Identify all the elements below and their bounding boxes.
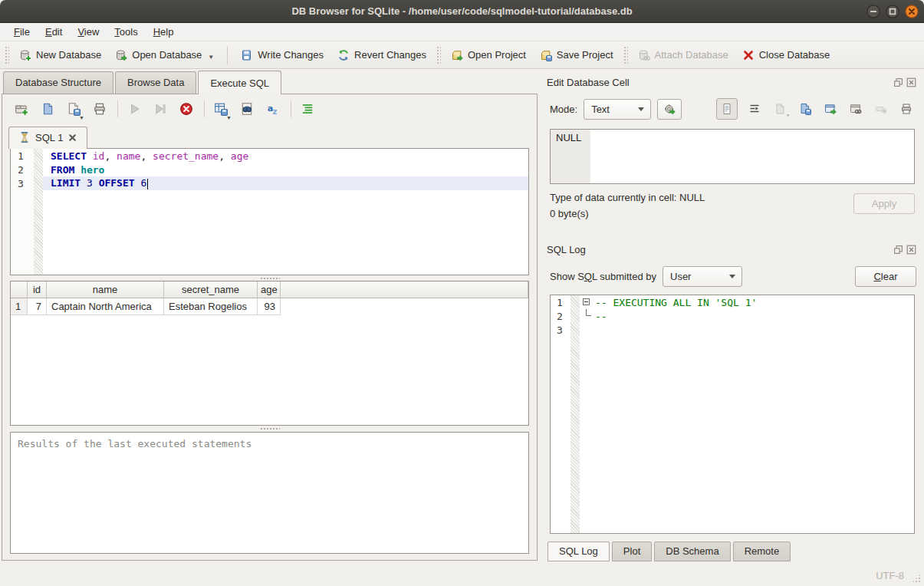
tab-execute-sql[interactable]: Execute SQL — [198, 71, 281, 94]
window-controls — [866, 4, 919, 18]
attach-database-button[interactable]: Attach Database — [631, 46, 735, 64]
fold-margin — [34, 149, 43, 163]
toolbar-button-label: Close Database — [759, 49, 830, 61]
edit-cell-title: Edit Database Cell — [547, 77, 893, 88]
auto-apply-button[interactable] — [657, 99, 682, 120]
save-sql-file-button[interactable]: ▼ — [64, 99, 84, 119]
print-cell-button[interactable] — [898, 100, 915, 117]
results-message-box: Results of the last executed statements — [10, 432, 529, 554]
mode-select[interactable]: Text — [584, 99, 651, 120]
maximize-button[interactable] — [885, 4, 899, 18]
sql-tab-label: SQL 1 — [35, 132, 63, 143]
row-number[interactable]: 1 — [11, 298, 28, 315]
table-cell[interactable]: Esteban Rogelios — [164, 298, 258, 315]
tab-browse-data[interactable]: Browse Data — [115, 71, 196, 94]
submitter-select[interactable]: User — [663, 266, 742, 287]
menu-help[interactable]: Help — [146, 24, 182, 40]
sql-log-filter-row: Show SQL submitted by User Clear — [547, 264, 916, 288]
stop-execution-button[interactable] — [176, 99, 196, 119]
window-maximize-icon — [886, 5, 899, 18]
execute-all-button[interactable] — [124, 99, 144, 119]
dock-close-icon[interactable] — [906, 245, 916, 255]
tab-database-structure[interactable]: Database Structure — [3, 71, 113, 94]
column-header-name[interactable]: name — [47, 281, 164, 298]
dock-tab-db-schema[interactable]: DB Schema — [654, 542, 730, 561]
tab-new-button[interactable] — [12, 99, 31, 119]
set-null-icon — [875, 103, 887, 115]
toolbar-handle[interactable] — [5, 46, 9, 64]
menu-tools[interactable]: Tools — [107, 24, 145, 40]
cell-editor-area[interactable] — [590, 130, 914, 183]
save-results-button[interactable]: ▼ — [211, 99, 231, 119]
write-changes-button[interactable]: Write Changes — [234, 46, 330, 64]
chevron-down-icon — [638, 107, 644, 111]
revert-changes-button[interactable]: Revert Changes — [330, 46, 433, 64]
attach-database-icon — [638, 49, 650, 61]
window-minimize-icon — [866, 5, 880, 18]
table-cell[interactable]: Captain North America — [47, 298, 164, 315]
menu-view[interactable]: View — [70, 24, 107, 40]
toggle-results-view-button[interactable] — [298, 99, 317, 119]
dock-tab-sql-log[interactable]: SQL Log — [547, 542, 610, 561]
editor-line[interactable]: 3LIMIT 3 OFFSET 6 — [11, 176, 528, 190]
import-data-button[interactable]: ▼ — [771, 100, 788, 117]
resize-grip-icon[interactable] — [912, 574, 921, 583]
cell-editor[interactable]: NULL — [550, 129, 915, 184]
results-message-splitter[interactable] — [2, 426, 537, 431]
clear-log-button[interactable]: Clear — [855, 266, 916, 287]
code-text: LIMIT 3 OFFSET 6 — [43, 177, 148, 189]
link-data-button[interactable] — [847, 100, 864, 117]
editor-line[interactable]: 1SELECT id, name, secret_name, age — [11, 149, 528, 163]
close-database-button[interactable]: Close Database — [735, 46, 837, 64]
apply-button[interactable]: Apply — [853, 193, 915, 214]
export-data-button[interactable] — [797, 100, 814, 117]
token-identifier: id — [93, 150, 105, 162]
row-number-header[interactable] — [11, 281, 28, 298]
open-project-button[interactable]: Open Project — [444, 46, 533, 64]
open-in-external-button[interactable] — [822, 100, 839, 117]
text-mode-button[interactable] — [716, 98, 738, 120]
format-sql-button[interactable]: az — [263, 99, 283, 119]
sql-tab[interactable]: SQL 1 — [8, 127, 87, 149]
sql-editor[interactable]: 1SELECT id, name, secret_name, age2FROM … — [10, 148, 529, 275]
column-header-secret_name[interactable]: secret_name — [164, 281, 258, 298]
sql-tab-bar: SQL 1 — [2, 123, 537, 148]
execute-current-line-button[interactable] — [150, 99, 170, 119]
bottom-dock-tabs: SQL LogPlotDB SchemaRemote — [547, 542, 916, 561]
toolbar-button-label: Open Database — [132, 49, 202, 61]
editor-results-splitter[interactable] — [2, 275, 537, 281]
save-results-icon — [214, 102, 228, 116]
print-cell-icon — [900, 103, 912, 115]
chevron-down-icon — [729, 275, 735, 278]
dock-tab-remote[interactable]: Remote — [733, 542, 791, 561]
dock-tab-plot[interactable]: Plot — [612, 542, 652, 561]
fold-collapse-icon[interactable] — [583, 298, 590, 305]
close-button[interactable] — [904, 4, 919, 18]
dock-float-icon[interactable] — [893, 77, 903, 87]
dock-float-icon[interactable] — [893, 245, 903, 255]
close-database-icon — [742, 49, 755, 61]
toolbar-handle[interactable] — [623, 46, 628, 64]
table-cell[interactable]: 7 — [28, 298, 47, 315]
find-replace-button[interactable] — [237, 99, 257, 119]
set-null-button[interactable] — [873, 100, 889, 117]
save-project-button[interactable]: Save Project — [533, 46, 620, 64]
open-database-button[interactable]: Open Database▼ — [108, 46, 221, 64]
print-sql-button[interactable] — [90, 99, 110, 119]
menu-edit[interactable]: Edit — [38, 24, 70, 40]
log-fold-margin — [571, 323, 580, 337]
editor-line[interactable]: 2FROM hero — [11, 163, 528, 176]
column-header-age[interactable]: age — [258, 281, 281, 298]
table-cell[interactable]: 93 — [258, 298, 281, 315]
line-number: 2 — [11, 163, 34, 176]
sql-tab-close-icon[interactable] — [67, 133, 77, 143]
toolbar-handle[interactable] — [436, 46, 441, 64]
word-wrap-button[interactable] — [746, 100, 763, 117]
column-header-id[interactable]: id — [28, 281, 47, 298]
minimize-button[interactable] — [866, 4, 880, 18]
open-sql-file-button[interactable] — [38, 99, 58, 119]
dock-close-icon[interactable] — [906, 77, 916, 87]
new-database-button[interactable]: New Database — [12, 46, 108, 64]
fold-marker-column[interactable] — [580, 295, 594, 309]
menu-file[interactable]: File — [6, 24, 38, 40]
